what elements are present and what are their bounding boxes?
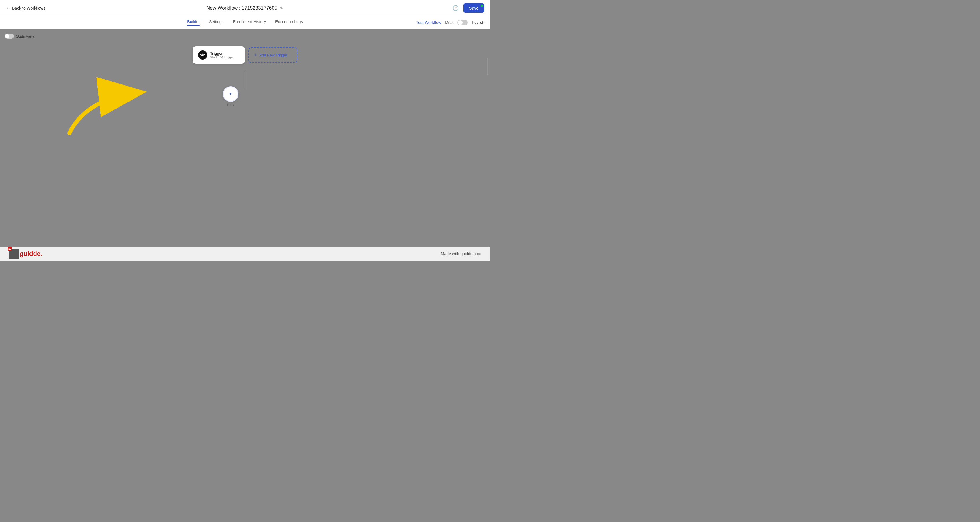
trigger-text: Trigger Start IVR Trigger: [210, 51, 234, 59]
back-label: Back to Workflows: [12, 6, 45, 10]
footer: 15 guidde. Made with guidde.com: [0, 247, 490, 261]
yellow-arrow-annotation: [58, 75, 168, 139]
header-center: New Workflow : 1715283177605 ✎: [207, 5, 283, 11]
nav-bar: Builder Settings Enrollment History Exec…: [0, 16, 490, 29]
tab-builder[interactable]: Builder: [187, 19, 200, 26]
end-node-container: + END: [223, 86, 239, 107]
tab-enrollment-history[interactable]: Enrollment History: [233, 19, 266, 26]
guidde-logo-text: guidde.: [20, 250, 42, 257]
add-trigger-plus-icon: +: [254, 52, 257, 58]
connector-line: [245, 71, 245, 88]
back-to-workflows-button[interactable]: ← Back to Workflows: [6, 5, 45, 11]
tab-execution-logs[interactable]: Execution Logs: [275, 19, 303, 26]
add-trigger-label: Add New Trigger: [259, 53, 287, 57]
workflow-title: New Workflow : 1715283177605: [207, 5, 277, 11]
stats-view-switch[interactable]: [5, 34, 14, 39]
test-workflow-button[interactable]: Test Workflow: [416, 20, 441, 25]
back-arrow-icon: ←: [6, 5, 10, 11]
guidde-logo: 15 guidde.: [9, 249, 42, 259]
scrollbar[interactable]: [487, 58, 488, 75]
workflow-nodes-row: ☎ Trigger Start IVR Trigger + Add New Tr…: [193, 46, 298, 64]
avatar: 15: [9, 249, 19, 259]
trigger-icon: ☎: [198, 50, 207, 60]
save-button[interactable]: Save: [463, 3, 484, 13]
header-right: 🕑 Save: [452, 3, 484, 13]
stats-view-toggle-area: Stats View: [5, 34, 34, 39]
main-header: ← Back to Workflows New Workflow : 17152…: [0, 0, 490, 16]
trigger-sublabel: Start IVR Trigger: [210, 56, 234, 59]
made-with-label: Made with guidde.com: [441, 251, 481, 256]
end-node-plus-icon: +: [229, 91, 232, 97]
history-icon[interactable]: 🕑: [452, 5, 459, 11]
nav-tabs: Builder Settings Enrollment History Exec…: [187, 19, 303, 26]
add-trigger-node[interactable]: + Add New Trigger: [248, 48, 298, 63]
edit-icon[interactable]: ✎: [280, 6, 283, 10]
end-node-button[interactable]: +: [223, 86, 239, 102]
trigger-node[interactable]: ☎ Trigger Start IVR Trigger: [193, 46, 245, 64]
stats-view-label: Stats View: [16, 34, 34, 38]
workflow-canvas: Stats View ☎ Trigger Start IVR Trigger +…: [0, 29, 490, 247]
trigger-label: Trigger: [210, 51, 234, 56]
nav-right: Test Workflow Draft Publish: [416, 20, 484, 26]
notification-badge: 15: [8, 247, 12, 251]
publish-label: Publish: [472, 20, 484, 25]
draft-publish-toggle[interactable]: [457, 20, 468, 26]
tab-settings[interactable]: Settings: [209, 19, 224, 26]
end-node-label: END: [227, 103, 234, 107]
draft-label: Draft: [445, 20, 453, 25]
